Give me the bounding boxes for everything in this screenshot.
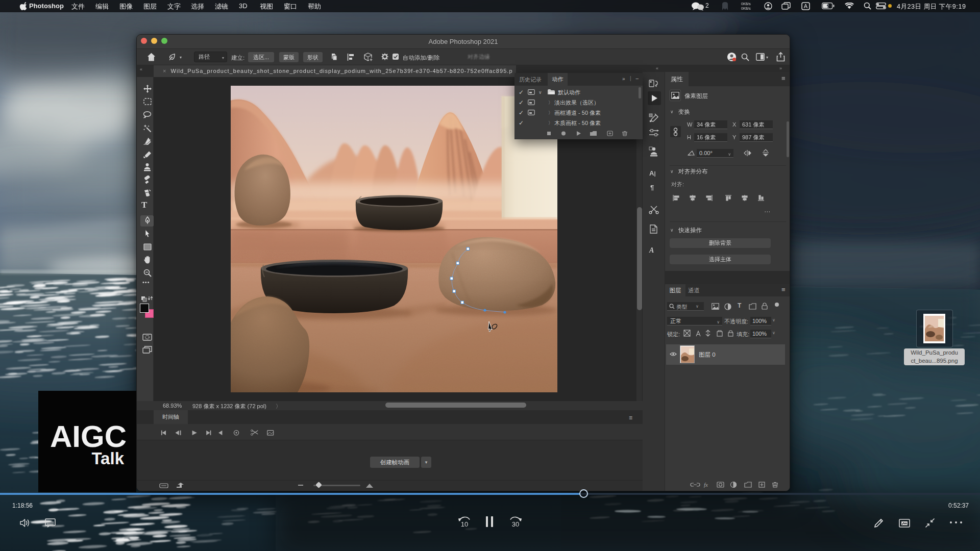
svg-text:A: A [804,3,808,9]
svg-text:fx: fx [704,482,708,488]
